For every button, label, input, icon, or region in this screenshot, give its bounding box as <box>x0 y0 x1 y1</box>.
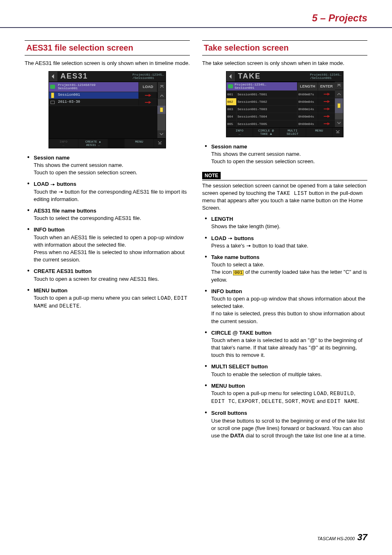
scroll-page-down-button[interactable] <box>157 130 166 139</box>
session-icon <box>228 84 233 88</box>
take-section-title: Take selection screen <box>202 40 367 56</box>
take-name: Session001-T003 <box>236 106 297 113</box>
scroll-top-button[interactable] <box>157 82 166 92</box>
take-bullet-list-top: Session name This shows the current sess… <box>202 143 367 166</box>
take-row[interactable]: 004Session001-T0040h00m04s <box>226 113 335 120</box>
session-icon <box>50 85 55 89</box>
back-icon[interactable] <box>49 72 58 81</box>
arrow-right-icon <box>246 242 251 250</box>
note-badge: NOTE <box>202 172 221 179</box>
take-length: 0h00m04s <box>297 98 318 105</box>
file-icon <box>51 101 55 104</box>
take-length: 0h00m07s <box>297 91 318 98</box>
scroll-page-up-button[interactable] <box>335 90 343 98</box>
load-button[interactable]: LOAD <box>138 82 157 92</box>
take-number: 005 <box>226 120 236 127</box>
info-button[interactable]: INFO… <box>49 139 78 148</box>
scroll-thumb[interactable] <box>157 106 166 114</box>
take-row[interactable]: 005Session001-T0050h00m04s <box>226 120 335 127</box>
take-row[interactable]: 003Session001-T0030h00m14s <box>226 105 335 113</box>
take-number: 003 <box>226 106 236 113</box>
scroll-track <box>335 113 343 119</box>
bullet-head: Session name <box>211 143 367 150</box>
take-name: Session001-T005 <box>236 120 297 127</box>
take-screenshot: TAKE Project01-12345…/Session001 Project… <box>226 71 344 137</box>
enter-header: ENTER <box>318 82 335 90</box>
aes31-intro: The AES31 file selection screen is only … <box>25 60 190 67</box>
multi-select-button[interactable]: MULTISELECT <box>279 128 306 137</box>
menu-button[interactable]: MENU <box>306 128 333 137</box>
aes31-screenshot: AES31 Project01-12345…/Session001 Projec… <box>48 71 166 148</box>
arrow-right-icon <box>50 180 55 188</box>
bullet-head: Scroll buttons <box>211 409 367 417</box>
take-length: 0h00m04s <box>297 113 318 120</box>
take-name: Session001-T004 <box>236 113 297 120</box>
info-button[interactable]: INFO… <box>226 128 253 137</box>
menu-button[interactable]: MENU <box>125 139 154 148</box>
note-text: The session selection screen cannot be o… <box>202 180 367 211</box>
load-arrow-button[interactable] <box>318 120 335 127</box>
scroll-bottom-button[interactable] <box>154 139 166 148</box>
bullet-head: MENU button <box>211 382 367 390</box>
page-footer: TASCAM HS-2000 37 <box>317 532 367 543</box>
take-number: 001 <box>226 91 236 98</box>
create-aes31-button[interactable]: CREATE ▲AES31 … <box>78 139 108 148</box>
load-arrow-button[interactable] <box>318 106 335 113</box>
take-name: Session001-T002 <box>236 98 297 105</box>
take-row[interactable]: 001Session001-T0010h00m07s <box>226 90 335 98</box>
bullet-head: LOAD buttons <box>34 180 190 188</box>
load-arrow-button[interactable] <box>318 91 335 98</box>
load-arrow-button[interactable] <box>138 99 157 106</box>
load-arrow-button[interactable] <box>318 113 335 120</box>
current-lamp-icon <box>51 92 54 98</box>
screen-title: AES31 <box>58 72 131 81</box>
bullet-head: CIRCLE @ TAKE button <box>211 329 367 337</box>
take-length: 0h00m14s <box>297 106 318 113</box>
aes31-section-title: AES31 file selection screen <box>25 40 190 56</box>
scroll-page-up-button[interactable] <box>157 92 166 99</box>
bullet-head: Session name <box>34 154 190 162</box>
take-intro: The take selection screen is only shown … <box>202 60 367 67</box>
take-number: 002 <box>226 98 236 105</box>
aes31-file-row[interactable]: 2011-03-30 <box>49 99 166 106</box>
take-length: 0h00m04s <box>297 120 318 127</box>
bullet-head: INFO button <box>211 288 367 295</box>
bullet-head: MULTI SELECT button <box>211 363 367 370</box>
take-bullet-list: LENGTH Shows the take length (time). LOA… <box>202 215 367 439</box>
take-name: Session001-T001 <box>236 91 297 98</box>
load-arrow-button[interactable] <box>318 98 335 105</box>
breadcrumb: Project01-12345…/Session001 <box>131 73 166 80</box>
take-row[interactable]: 002Session001-T0020h00m04s <box>226 98 335 105</box>
circle-take-button[interactable]: CIRCLE @TAKE ▲ <box>253 128 280 137</box>
bullet-head: LOAD buttons <box>211 235 367 242</box>
scroll-top-button[interactable] <box>335 82 343 90</box>
session-row[interactable]: Project01-123456789Session001 LOAD <box>49 82 166 92</box>
aes31-file-row[interactable]: Session001 <box>49 92 166 99</box>
length-header: LENGTH <box>297 82 318 90</box>
arrow-right-icon <box>58 188 63 196</box>
load-arrow-button[interactable] <box>138 92 157 99</box>
scroll-thumb[interactable] <box>335 98 343 113</box>
bullet-head: MENU button <box>34 287 190 294</box>
scroll-bottom-button[interactable] <box>332 128 343 137</box>
bullet-head: Take name buttons <box>211 254 367 261</box>
back-icon[interactable] <box>226 72 235 81</box>
bullet-head: CREATE AES31 button <box>34 268 190 275</box>
breadcrumb: Project01-12345…/Session001 <box>308 73 343 80</box>
bullet-head: LENGTH <box>211 215 367 223</box>
chapter-title: 5 – Projects <box>312 12 367 27</box>
scroll-track <box>157 99 166 106</box>
current-take-icon: 001 <box>233 270 244 275</box>
bullet-head: AES31 file name buttons <box>34 207 190 215</box>
take-number: 004 <box>226 113 236 120</box>
arrow-right-icon <box>228 235 233 242</box>
bullet-head: INFO button <box>34 226 190 234</box>
aes31-bullet-list: Session name This shows the current sess… <box>25 154 190 310</box>
scroll-page-down-button[interactable] <box>335 119 343 127</box>
screen-title: TAKE <box>235 72 308 81</box>
